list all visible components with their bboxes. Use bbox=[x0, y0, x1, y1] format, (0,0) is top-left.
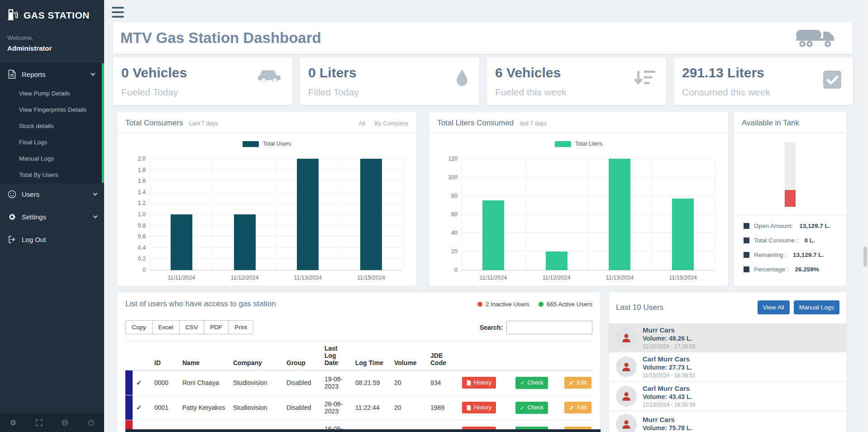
x-axis-label: 11/12/2024 bbox=[525, 275, 588, 281]
legend-swatch bbox=[744, 223, 749, 229]
cell-log-time: 08:21:59 bbox=[352, 370, 391, 395]
sidebar-item-label: Users bbox=[22, 190, 39, 198]
plot-area: 00.20.40.60.81.01.21.41.61.82.0 bbox=[150, 159, 403, 271]
row-color-bar bbox=[125, 395, 133, 420]
pdf-button[interactable]: PDF bbox=[204, 320, 229, 334]
legend-swatch bbox=[744, 252, 749, 258]
sidebar-item-label: Log Out bbox=[22, 236, 46, 243]
menu-toggle-hamburger-icon[interactable] bbox=[112, 7, 124, 18]
user-list-item[interactable]: Carl Murr Cars Volume: 27.73 L. 11/15/20… bbox=[609, 352, 847, 382]
gas-station-dashboard: GAS STATION Welcome, Administrator Repor… bbox=[0, 0, 868, 432]
check-button[interactable]: ✓Check bbox=[515, 377, 548, 389]
sidebar-item-logout[interactable]: Log Out bbox=[0, 228, 104, 251]
sidebar-item-manual-logs[interactable]: Manual Logs bbox=[0, 150, 102, 166]
gridline-vertical bbox=[588, 159, 589, 270]
table-bottom-scrollbar[interactable] bbox=[125, 429, 601, 432]
check-button[interactable]: ✓Check bbox=[515, 402, 548, 414]
filter-all-link[interactable]: All bbox=[359, 120, 365, 127]
sidebar-item-view-pump-details[interactable]: View Pump Details bbox=[0, 85, 102, 101]
inactive-users-label: 2 Inactive Users bbox=[486, 301, 529, 308]
divider bbox=[429, 133, 728, 133]
settings-gear-icon[interactable] bbox=[9, 419, 17, 427]
welcome-label: Welcome, bbox=[7, 34, 97, 41]
sidebar-item-total-by-users[interactable]: Total By Users bbox=[0, 166, 102, 183]
plot-area: 020406080100120 bbox=[462, 159, 715, 271]
gridline-vertical bbox=[213, 159, 214, 270]
active-check-icon: ✓ bbox=[133, 370, 151, 395]
search-label: Search: bbox=[480, 324, 503, 331]
cell-id: 0000 bbox=[151, 370, 179, 395]
edit-button[interactable]: Edit bbox=[564, 377, 591, 389]
total-consumers-chart: Total Consumers Last 7 days All By Compa… bbox=[117, 112, 416, 286]
edit-button[interactable]: Edit bbox=[564, 402, 591, 413]
vertical-scrollbar[interactable] bbox=[863, 0, 868, 432]
sidebar-item-stock-details[interactable]: Stock details bbox=[0, 118, 102, 134]
gridline-vertical bbox=[462, 159, 462, 270]
column-header-id[interactable]: ID bbox=[151, 341, 179, 370]
car-icon bbox=[256, 69, 282, 85]
active-dot-icon bbox=[539, 302, 544, 307]
print-button[interactable]: Print bbox=[228, 320, 253, 334]
manual-logs-button[interactable]: Manual Logs bbox=[794, 300, 839, 314]
tank-legend-row: Percentage : 26.259% bbox=[744, 266, 839, 273]
column-header-status bbox=[133, 341, 151, 370]
column-header-group[interactable]: Group bbox=[283, 341, 321, 370]
bar-11/11/2024 bbox=[171, 214, 192, 270]
column-header-jde-code[interactable]: JDE Code bbox=[427, 341, 458, 370]
history-button[interactable]: History bbox=[462, 377, 496, 389]
column-header-company[interactable]: Company bbox=[229, 341, 283, 370]
last-users-title: Last 10 Users bbox=[616, 303, 663, 312]
stat-label: Fueled this week bbox=[495, 87, 658, 98]
y-axis-tick: 0.2 bbox=[138, 256, 146, 262]
cell-volume: 20 bbox=[391, 370, 427, 395]
column-header-name[interactable]: Name bbox=[179, 341, 229, 370]
globe-icon[interactable] bbox=[61, 419, 69, 427]
gridline-vertical bbox=[525, 159, 525, 270]
fullscreen-icon[interactable] bbox=[35, 419, 43, 427]
column-header-check bbox=[512, 341, 561, 370]
y-axis-tick: 120 bbox=[448, 156, 458, 162]
tank-panel-title: Available in Tank bbox=[742, 119, 839, 128]
gridline-vertical bbox=[150, 159, 150, 270]
history-button[interactable]: History bbox=[462, 402, 496, 413]
sidebar-item-users[interactable]: Users bbox=[0, 183, 104, 205]
user-name: Carl Murr Cars bbox=[643, 385, 696, 392]
excel-button[interactable]: Excel bbox=[152, 320, 180, 334]
table-search-input[interactable] bbox=[506, 321, 592, 334]
cell-log-time: 11:22:44 bbox=[352, 395, 391, 420]
user-list-item[interactable]: Murr Cars Volume: 75.78 L. bbox=[609, 411, 847, 432]
view-all-button[interactable]: View All bbox=[758, 300, 790, 314]
tank-fill bbox=[785, 190, 796, 207]
chart-title: Total Liters Consumed bbox=[437, 119, 514, 127]
y-axis-tick: 0.6 bbox=[138, 233, 146, 240]
sort-icon bbox=[634, 69, 656, 88]
chart-title: Total Consumers bbox=[125, 119, 183, 127]
user-list-item[interactable]: Murr Cars Volume: 49.26 L. 11/15/2024 - … bbox=[609, 323, 847, 352]
y-axis-tick: 0 bbox=[143, 267, 146, 273]
tank-gauge bbox=[742, 142, 839, 207]
column-header-log-time[interactable]: Log Time bbox=[352, 341, 391, 370]
cell-last-log-date: 19-06-2023 bbox=[321, 370, 352, 395]
user-list-item[interactable]: Carl Murr Cars Volume: 43.43 L. 11/13/20… bbox=[609, 382, 847, 411]
cell-id: 0001 bbox=[151, 395, 179, 420]
last-users-list: Murr Cars Volume: 49.26 L. 11/15/2024 - … bbox=[609, 323, 847, 432]
sidebar-item-view-fingerprints-details[interactable]: View Fingerprints Details bbox=[0, 101, 102, 118]
scrollbar-thumb[interactable] bbox=[863, 247, 867, 267]
active-check-icon: ✓ bbox=[133, 395, 151, 420]
inactive-users-badge: 2 Inactive Users bbox=[477, 301, 529, 308]
y-axis-tick: 2.0 bbox=[138, 156, 146, 162]
chevron-down-icon bbox=[93, 191, 98, 195]
csv-button[interactable]: CSV bbox=[179, 320, 205, 334]
sidebar-item-final-logs[interactable]: Final Logs bbox=[0, 134, 102, 150]
power-icon[interactable] bbox=[87, 419, 95, 427]
filter-by-company-link[interactable]: By Company bbox=[375, 120, 408, 127]
cell-volume: 20 bbox=[391, 395, 427, 420]
sidebar-item-reports[interactable]: Reports bbox=[0, 63, 102, 85]
column-header-volume[interactable]: Volume bbox=[391, 341, 427, 370]
y-axis-tick: 100 bbox=[448, 174, 458, 180]
column-header-edit bbox=[561, 341, 592, 370]
x-axis-labels: 11/11/202411/12/202411/13/202411/15/2024 bbox=[150, 275, 403, 281]
sidebar-item-settings[interactable]: Settings bbox=[0, 205, 104, 228]
column-header-last-log-date[interactable]: Last Log Date bbox=[321, 341, 352, 370]
copy-button[interactable]: Copy bbox=[125, 320, 153, 334]
